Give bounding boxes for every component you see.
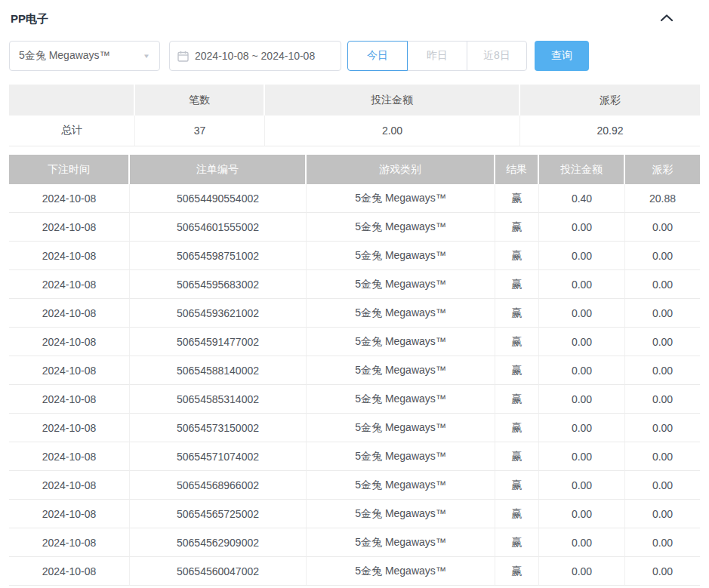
summary-header-row: 笔数 投注金额 派彩: [9, 85, 700, 115]
cell-bet-time: 2024-10-08: [9, 500, 130, 528]
cell-bet-amount: 0.00: [539, 213, 625, 242]
table-row: 2024-10-08506545657250025金兔 Megaways™赢0.…: [9, 500, 700, 528]
date-range-input[interactable]: 2024-10-08 ~ 2024-10-08: [169, 41, 341, 71]
collapse-panel-button[interactable]: [656, 11, 677, 27]
cell-bet-id: 50654588140002: [130, 356, 307, 385]
search-button[interactable]: 查询: [535, 41, 589, 71]
table-row: 2024-10-08506545956830025金兔 Megaways™赢0.…: [9, 270, 700, 299]
col-game-category: 游戏类别: [307, 155, 495, 184]
cell-bet-time: 2024-10-08: [9, 442, 130, 471]
table-row: 2024-10-08506545629090025金兔 Megaways™赢0.…: [9, 528, 700, 557]
cell-bet-amount: 0.40: [539, 184, 625, 213]
cell-bet-time: 2024-10-08: [9, 270, 130, 299]
cell-result: 赢: [495, 299, 539, 328]
summary-col-bet-amount: 投注金额: [265, 85, 520, 115]
calendar-icon: [177, 51, 189, 62]
cell-bet-time: 2024-10-08: [9, 213, 130, 242]
cell-bet-time: 2024-10-08: [9, 356, 130, 385]
cell-result: 赢: [495, 356, 539, 385]
summary-col-empty: [9, 85, 135, 115]
cell-bet-time: 2024-10-08: [9, 414, 130, 442]
cell-game-category: 5金兔 Megaways™: [307, 356, 495, 385]
cell-game-category: 5金兔 Megaways™: [307, 385, 495, 414]
cell-payout: 0.00: [625, 242, 700, 270]
cell-bet-id: 50654565725002: [130, 500, 307, 528]
col-bet-time: 下注时间: [9, 155, 130, 184]
cell-payout: 0.00: [625, 414, 700, 442]
table-row: 2024-10-08506545710740025金兔 Megaways™赢0.…: [9, 442, 700, 471]
cell-payout: 0.00: [625, 557, 700, 586]
cell-bet-time: 2024-10-08: [9, 242, 130, 270]
table-row: 2024-10-08506545987510025金兔 Megaways™赢0.…: [9, 242, 700, 270]
summary-table: 笔数 投注金额 派彩 总计 37 2.00 20.92: [9, 85, 700, 146]
cell-bet-amount: 0.00: [539, 242, 625, 270]
col-bet-amount: 投注金额: [539, 155, 625, 184]
summary-total-row: 总计 37 2.00 20.92: [9, 115, 700, 146]
cell-payout: 0.00: [625, 471, 700, 500]
summary-col-count: 笔数: [135, 85, 265, 115]
cell-payout: 0.00: [625, 213, 700, 242]
cell-payout: 20.88: [625, 184, 700, 213]
cell-payout: 0.00: [625, 328, 700, 356]
cell-bet-amount: 0.00: [539, 557, 625, 586]
cell-bet-amount: 0.00: [539, 328, 625, 356]
cell-result: 赢: [495, 385, 539, 414]
bet-table-body: 2024-10-08506544905540025金兔 Megaways™赢0.…: [9, 184, 700, 586]
col-result: 结果: [495, 155, 539, 184]
game-select[interactable]: 5金兔 Megaways™ ▼: [9, 41, 160, 71]
cell-game-category: 5金兔 Megaways™: [307, 528, 495, 557]
bet-table-header-row: 下注时间 注单编号 游戏类别 结果 投注金额 派彩: [9, 155, 700, 184]
cell-result: 赢: [495, 414, 539, 442]
cell-bet-id: 50654598751002: [130, 242, 307, 270]
chevron-down-icon: ▼: [143, 53, 150, 60]
cell-game-category: 5金兔 Megaways™: [307, 184, 495, 213]
cell-payout: 0.00: [625, 385, 700, 414]
yesterday-button[interactable]: 昨日: [407, 41, 467, 71]
table-row: 2024-10-08506544905540025金兔 Megaways™赢0.…: [9, 184, 700, 213]
cell-bet-id: 50654593621002: [130, 299, 307, 328]
cell-result: 赢: [495, 242, 539, 270]
cell-game-category: 5金兔 Megaways™: [307, 242, 495, 270]
cell-result: 赢: [495, 184, 539, 213]
summary-total-payout: 20.92: [520, 115, 700, 146]
cell-result: 赢: [495, 500, 539, 528]
cell-bet-id: 50654573150002: [130, 414, 307, 442]
cell-game-category: 5金兔 Megaways™: [307, 328, 495, 356]
table-row: 2024-10-08506545600470025金兔 Megaways™赢0.…: [9, 557, 700, 586]
cell-bet-amount: 0.00: [539, 414, 625, 442]
cell-bet-id: 50654591477002: [130, 328, 307, 356]
cell-bet-time: 2024-10-08: [9, 328, 130, 356]
table-row: 2024-10-08506545936210025金兔 Megaways™赢0.…: [9, 299, 700, 328]
cell-game-category: 5金兔 Megaways™: [307, 414, 495, 442]
cell-game-category: 5金兔 Megaways™: [307, 299, 495, 328]
summary-total-count: 37: [135, 115, 265, 146]
today-button[interactable]: 今日: [347, 41, 408, 71]
table-row: 2024-10-08506546015550025金兔 Megaways™赢0.…: [9, 213, 700, 242]
cell-result: 赢: [495, 270, 539, 299]
summary-col-payout: 派彩: [520, 85, 700, 115]
last-8-days-button[interactable]: 近8日: [467, 41, 527, 71]
panel-header: PP电子: [9, 0, 700, 36]
cell-bet-id: 50654568966002: [130, 471, 307, 500]
date-range-value: 2024-10-08 ~ 2024-10-08: [195, 50, 315, 62]
cell-bet-id: 50654571074002: [130, 442, 307, 471]
cell-bet-id: 50654562909002: [130, 528, 307, 557]
cell-payout: 0.00: [625, 270, 700, 299]
col-payout: 派彩: [625, 155, 700, 184]
cell-bet-amount: 0.00: [539, 442, 625, 471]
cell-bet-id: 50654560047002: [130, 557, 307, 586]
cell-game-category: 5金兔 Megaways™: [307, 213, 495, 242]
cell-result: 赢: [495, 328, 539, 356]
cell-bet-time: 2024-10-08: [9, 385, 130, 414]
cell-payout: 0.00: [625, 356, 700, 385]
cell-bet-amount: 0.00: [539, 270, 625, 299]
cell-game-category: 5金兔 Megaways™: [307, 557, 495, 586]
cell-result: 赢: [495, 557, 539, 586]
cell-bet-amount: 0.00: [539, 385, 625, 414]
table-row: 2024-10-08506545731500025金兔 Megaways™赢0.…: [9, 414, 700, 442]
page-title: PP电子: [11, 12, 48, 26]
cell-bet-amount: 0.00: [539, 356, 625, 385]
cell-payout: 0.00: [625, 528, 700, 557]
cell-result: 赢: [495, 442, 539, 471]
cell-bet-time: 2024-10-08: [9, 557, 130, 586]
